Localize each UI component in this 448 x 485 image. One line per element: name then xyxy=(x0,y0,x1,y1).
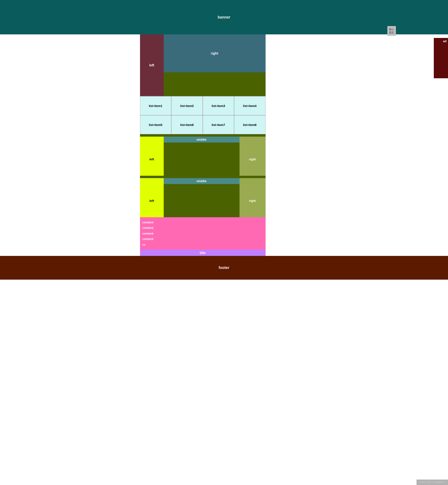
center-block: left right list-item1 list-item2 list-it… xyxy=(140,34,266,256)
row2-left-label: left xyxy=(150,199,154,203)
row2-wrapper: middle left right xyxy=(140,178,266,217)
list-item: list-item8 xyxy=(234,115,266,134)
list-item-label: list-item7 xyxy=(212,123,225,127)
csdn-watermark-text: CSDN @学习前端的小z xyxy=(418,481,446,484)
row1-right: right xyxy=(240,142,266,176)
row2-left-spacer xyxy=(140,178,164,184)
section1-right-label: right xyxy=(211,51,218,55)
footer-label: footer xyxy=(219,266,229,270)
banner: banner xyxy=(0,0,448,34)
content-line-1: content xyxy=(142,220,263,225)
fixed-btn-line1: 版心 xyxy=(389,28,394,31)
fixed-side-button[interactable]: 版心 固定 xyxy=(387,26,396,36)
list-item-label: list-item2 xyxy=(180,104,194,108)
list-item: list-item5 xyxy=(140,115,172,134)
row2-body: left right xyxy=(140,184,266,217)
dark-green-bar xyxy=(140,134,266,137)
list-item: list-item1 xyxy=(140,96,172,115)
ad-label: ad xyxy=(443,39,447,43)
csdn-watermark: CSDN @学习前端的小z xyxy=(416,480,448,485)
list-grid: list-item1 list-item2 list-item3 list-it… xyxy=(140,96,266,134)
list-item: list-item7 xyxy=(203,115,234,134)
row1-body: left right xyxy=(140,142,266,176)
row1-wrapper: middle left right xyxy=(140,137,266,176)
section1-right: right xyxy=(164,34,266,96)
list-item-label: list-item8 xyxy=(243,123,256,127)
section1-left: left xyxy=(140,34,164,96)
section1-right-top: right xyxy=(164,34,266,72)
list-item: list-item3 xyxy=(203,96,234,115)
row2-left: left xyxy=(140,184,164,217)
content-line-5: cc xyxy=(142,242,263,247)
list-item-label: list-item3 xyxy=(212,104,225,108)
list-item-label: list-item4 xyxy=(243,104,256,108)
row1-middle xyxy=(164,142,240,176)
section1-right-bottom xyxy=(164,72,266,96)
row1-left-spacer xyxy=(140,137,164,142)
row2-right: right xyxy=(240,184,266,217)
content-area: content content content content cc xyxy=(140,217,266,250)
list-item-label: list-item1 xyxy=(149,104,162,108)
page-wrapper: banner 版心 固定 ad left right list-item1 xyxy=(0,0,448,279)
ad-block: ad xyxy=(434,38,448,78)
row2-middle xyxy=(164,184,240,217)
row2-middle-bar: middle xyxy=(164,178,240,184)
row1-middle-label: middle xyxy=(197,138,207,141)
fixed-btn-line2: 固定 xyxy=(389,31,394,34)
row1-middle-bar: middle xyxy=(164,137,240,142)
row2-middle-label: middle xyxy=(197,179,207,183)
title-bar: title xyxy=(140,250,266,256)
row2-right-spacer xyxy=(240,178,266,184)
banner-label: banner xyxy=(218,15,230,19)
content-line-3: content xyxy=(142,231,263,236)
section1: left right xyxy=(140,34,266,96)
row2-top-line: middle xyxy=(140,178,266,184)
row1-right-spacer xyxy=(240,137,266,142)
list-item: list-item6 xyxy=(171,115,203,134)
list-item-label: list-item5 xyxy=(149,123,162,127)
list-item: list-item2 xyxy=(171,96,203,115)
content-line-2: content xyxy=(142,225,263,230)
list-item-label: list-item6 xyxy=(180,123,194,127)
content-line-4: content xyxy=(142,236,263,242)
row2-right-label: right xyxy=(249,199,256,203)
row1-top-line: middle xyxy=(140,137,266,142)
footer: footer xyxy=(0,256,448,279)
row1-left-label: left xyxy=(150,157,154,161)
dark-green-bar2 xyxy=(140,176,266,178)
section1-left-label: left xyxy=(149,63,154,67)
row1-left: left xyxy=(140,142,164,176)
title-bar-label: title xyxy=(200,251,206,255)
list-item: list-item4 xyxy=(234,96,266,115)
row1-right-label: right xyxy=(249,157,256,161)
